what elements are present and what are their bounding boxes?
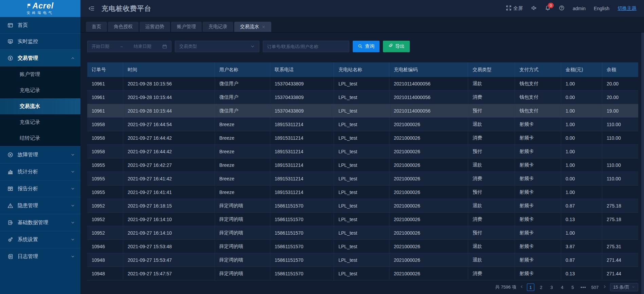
table-cell: 预付 [468,226,515,239]
page-number-button[interactable]: 1 [527,283,534,291]
table-row[interactable]: 109552021-09-27 16:42:27Breeze1891531121… [87,158,638,172]
tab-charge-records[interactable]: 充电记录 [203,22,233,32]
sidebar-item-fault-mgmt[interactable]: 故障管理 [0,146,80,163]
table-cell: 薛定谔的喵 [215,199,270,212]
table-cell: 15861151570 [270,213,334,226]
column-header: 联系电话 [270,62,334,77]
page-number-button[interactable]: 3 [548,283,555,291]
table-cell: 10952 [87,226,123,239]
table-row[interactable]: 109612021-09-28 10:15:56微信用户15370433809L… [87,77,638,91]
sidebar-item-account-mgmt[interactable]: 账户管理 [0,66,80,82]
date-range-picker[interactable]: 开始日期 ~ 结束日期 [87,41,171,52]
theme-toggle-link[interactable]: 切换主题 [618,5,637,12]
sidebar-item-stats-analysis[interactable]: 统计分析 [0,163,80,180]
tab-account-mgmt[interactable]: 账户管理 [171,22,202,32]
transaction-type-select[interactable]: 交易类型 [175,41,259,52]
vertical-scrollbar[interactable] [641,33,644,294]
date-separator: ~ [120,44,123,49]
table-cell: 2021000026 [389,199,468,212]
column-header: 金额(元) [561,62,602,77]
export-button[interactable]: 导出 [383,41,410,52]
table-cell: 消费 [468,91,515,104]
help-button[interactable] [559,5,565,12]
tab-role-auth[interactable]: 角色授权 [108,22,139,32]
hazard-icon [7,203,13,209]
next-page-button[interactable] [603,285,607,290]
page-number-button[interactable]: 5 [569,283,576,291]
tab-label: 交易流水 [240,24,259,30]
table-row[interactable]: 109522021-09-27 16:14:10薛定谔的喵15861151570… [87,213,638,226]
sidebar-item-report-analysis[interactable]: 报告分析 [0,180,80,197]
sidebar-item-carryover-records[interactable]: 结转记录 [0,130,80,146]
table-cell: 0.00 [561,172,602,185]
table-cell: 10955 [87,172,123,185]
sidebar-item-transaction-mgmt[interactable]: 交易管理 [0,50,80,66]
tab-operation-trend[interactable]: 运营趋势 [140,22,170,32]
table-row[interactable]: 109582021-09-27 16:44:42Breeze1891531121… [87,145,638,158]
table-row[interactable]: 109552021-09-27 16:41:42Breeze1891531121… [87,172,638,185]
table-cell: 微信用户 [215,104,270,117]
table-row[interactable]: 109462021-09-27 15:53:48薛定谔的喵15861151570… [87,240,638,253]
sidebar-item-charge-records[interactable]: 充电记录 [0,82,80,98]
table-cell: LPL_test [334,185,389,199]
sidebar-item-log-mgmt[interactable]: 日志管理 [0,248,80,265]
table-cell: 射频卡 [515,118,561,131]
table-row[interactable]: 109482021-09-27 15:53:47薛定谔的喵15861151570… [87,253,638,267]
sidebar-item-home[interactable]: 首页 [0,17,80,33]
table-cell: 射频卡 [515,185,561,199]
log-icon [7,254,13,259]
fullscreen-button[interactable]: 全屏 [506,5,523,12]
table-cell: 20210114000056 [389,77,468,90]
page-number-button[interactable]: 2 [537,283,545,291]
table-cell: 15370433809 [270,104,334,117]
table-row[interactable]: 109582021-09-27 16:44:42Breeze1891531121… [87,131,638,145]
sidebar-item-recharge-records[interactable]: 充值记录 [0,114,80,130]
table-row[interactable]: 109482021-09-27 15:47:57薛定谔的喵15861151570… [87,267,638,280]
brand-subtitle: 安科瑞电气 [27,11,54,15]
language-toggle[interactable]: English [594,6,609,11]
mute-button[interactable] [531,5,537,12]
table-cell: 1.00 [561,77,602,90]
tab-close-icon[interactable] [262,25,265,29]
menu-fold-icon[interactable] [88,5,95,12]
table-cell: Breeze [215,185,270,199]
table-cell: 15370433809 [270,77,334,90]
table-row[interactable]: 109522021-09-27 16:18:15薛定谔的喵15861151570… [87,199,638,213]
sidebar-item-hazard-mgmt[interactable]: 隐患管理 [0,197,80,214]
table-cell: 1.00 [561,226,602,239]
table-row[interactable]: 109612021-09-28 10:15:44微信用户15370433809L… [87,91,638,104]
acrel-flag-icon [27,2,32,10]
table-cell: 射频卡 [515,226,561,239]
table-row[interactable]: 109582021-09-27 16:44:54Breeze1891531121… [87,118,638,131]
user-menu[interactable]: admin [573,6,586,11]
table-cell: 2021000026 [389,185,468,199]
notification-button[interactable]: 0 [545,5,551,12]
chevron-down-icon [71,254,75,259]
table-cell: 2021-09-27 16:44:54 [123,118,215,131]
table-row[interactable]: 109522021-09-27 16:14:10薛定谔的喵15861151570… [87,226,638,240]
table-row[interactable]: 109552021-09-27 16:41:41Breeze1891531121… [87,185,638,199]
table-cell: 0.00 [561,91,602,104]
table-cell: 消费 [468,267,515,280]
tab-bar: 首页角色授权运营趋势账户管理充电记录交易流水 [80,17,644,33]
search-button[interactable]: 查询 [353,41,380,52]
prev-page-button[interactable] [519,285,524,290]
tab-home[interactable]: 首页 [86,22,107,32]
sidebar-item-base-data-mgmt[interactable]: 基础数据管理 [0,214,80,231]
sidebar-subitem-label: 充电记录 [20,87,40,94]
table-cell: LPL_test [334,91,389,104]
table-row[interactable]: 109612021-09-28 10:15:44微信用户15370433809L… [87,104,638,118]
page-number-button[interactable]: 507 [590,283,600,291]
page-size-select[interactable]: 15 条/页 [610,283,638,291]
table-cell: 2021000026 [389,118,468,131]
sidebar-item-system-settings[interactable]: 系统设置 [0,231,80,248]
table-header-row: 订单号时间用户名称联系电话充电站名称充电桩编码交易类型支付方式金额(元)余额 [87,62,638,77]
keyword-input[interactable] [267,44,345,49]
date-end-placeholder: 结束日期 [134,43,151,50]
page-number-button[interactable]: 4 [558,283,566,291]
tab-transaction-flow[interactable]: 交易流水 [234,22,271,32]
sidebar-item-transaction-flow[interactable]: 交易流水 [0,98,80,114]
table-cell: 消费 [468,131,515,144]
sidebar-item-realtime-monitoring[interactable]: 实时监控 [0,33,80,50]
table-cell: 2021-09-27 16:14:10 [123,213,215,226]
